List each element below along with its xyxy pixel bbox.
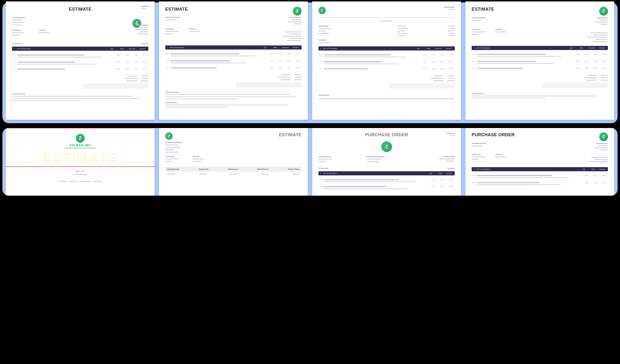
template-card-po-2[interactable]: PURCHASE ORDER Z xyxy=(465,128,614,196)
table-header: # Item & Description Qty Rate Discount A… xyxy=(318,46,455,50)
meta-row xyxy=(12,180,148,183)
table-header: # Item & Description Qty Rate Discount A… xyxy=(12,47,148,51)
template-gallery: ESTIMATE Z xyxy=(0,0,620,203)
table-header: # Item & Description Qty Rate Amount xyxy=(318,171,455,175)
doc-title: ESTIMATE xyxy=(472,7,494,12)
watermark-title: ESTIMATE xyxy=(12,149,148,165)
table-body xyxy=(12,53,148,72)
brand-logo-icon: Z xyxy=(599,7,608,15)
table-header: # Item & Description Qty Rate Amount xyxy=(472,167,608,171)
brand-logo-icon: Z xyxy=(381,141,392,152)
doc-title: ESTIMATE xyxy=(318,20,455,22)
template-card-estimate-5[interactable]: Z ESTIMATE xyxy=(159,128,308,196)
doc-title: ESTIMATE xyxy=(279,132,302,137)
template-card-estimate-3[interactable]: Z ESTIMATE xyxy=(312,1,461,120)
template-row-1: ESTIMATE Z xyxy=(2,2,618,123)
brand-logo-icon: Z xyxy=(293,7,302,15)
brand-logo-icon: Z xyxy=(165,132,172,140)
doc-title: ESTIMATE xyxy=(12,7,148,12)
template-card-zylkar[interactable]: Z ZYLKAR INC ESTIMATE BILL TO xyxy=(6,128,155,196)
doc-title: PURCHASE ORDER xyxy=(472,132,515,137)
bill-to-label: BILL TO xyxy=(12,170,148,172)
light-table-header: Estimate Date Expiry Date Reference# Sal… xyxy=(165,167,302,172)
accent-strip xyxy=(6,128,155,128)
template-row-2: Z ZYLKAR INC ESTIMATE BILL TO Z ESTIMA xyxy=(2,128,618,196)
table-header: # Item & Description Qty Rate Discount A… xyxy=(472,46,608,50)
brand-logo-icon: Z xyxy=(76,134,85,142)
template-card-estimate-1[interactable]: ESTIMATE Z xyxy=(6,1,155,120)
company-name: ZYLKAR INC xyxy=(12,143,148,147)
template-card-estimate-2[interactable]: ESTIMATE Z xyxy=(159,1,308,120)
template-card-estimate-4[interactable]: ESTIMATE Z xyxy=(465,1,614,120)
brand-logo-icon: Z xyxy=(599,132,608,141)
template-card-po-1[interactable]: PURCHASE ORDER Z xyxy=(312,128,461,196)
table-header: # Item & Description Qty Rate Discount A… xyxy=(165,46,302,49)
doc-title: PURCHASE ORDER xyxy=(365,132,408,137)
doc-title: ESTIMATE xyxy=(165,7,188,12)
brand-logo-icon: Z xyxy=(318,7,326,14)
